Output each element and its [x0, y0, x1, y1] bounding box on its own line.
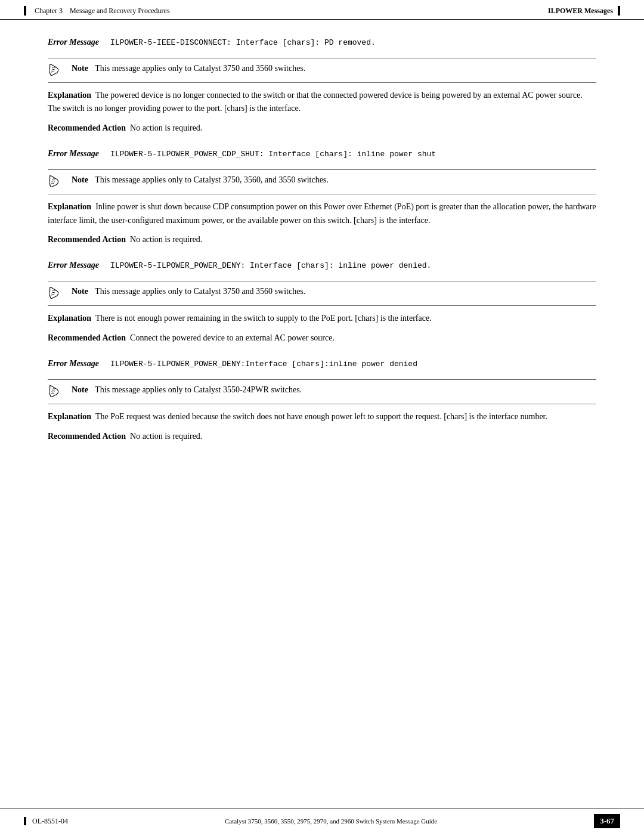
explanation-block-4: Explanation The PoE request was denied b…: [48, 410, 596, 443]
recommended-action-3: Recommended Action Connect the powered d…: [48, 332, 596, 345]
recommended-action-4: Recommended Action No action is required…: [48, 430, 596, 443]
recommended-action-label-4: Recommended Action: [48, 432, 126, 441]
note-text-3: This message applies only to Catalyst 37…: [95, 287, 305, 296]
recommended-action-label-3: Recommended Action: [48, 333, 126, 342]
error-message-code-1: ILPOWER-5-IEEE-DISCONNECT: Interface [ch…: [101, 38, 375, 47]
explanation-para-4: Explanation The PoE request was denied b…: [48, 410, 596, 423]
error-message-block-1: Error Message ILPOWER-5-IEEE-DISCONNECT:…: [48, 38, 596, 47]
error-message-label-2: Error Message: [48, 149, 99, 158]
note-block-2: Note This message applies only to Cataly…: [48, 169, 596, 194]
note-text-4: This message applies only to Catalyst 35…: [95, 385, 302, 394]
note-content-4: Note This message applies only to Cataly…: [72, 383, 302, 396]
error-message-label-3: Error Message: [48, 261, 99, 270]
explanation-block-2: Explanation Inline power is shut down be…: [48, 200, 596, 246]
note-label-text-1: Note: [72, 64, 88, 73]
recommended-action-label-2: Recommended Action: [48, 235, 126, 244]
recommended-action-text-4: No action is required.: [130, 432, 202, 441]
header-left: Chapter 3 Message and Recovery Procedure…: [24, 6, 170, 16]
explanation-para-1: Explanation The powered device is no lon…: [48, 89, 596, 116]
error-message-label-1: Error Message: [48, 38, 99, 47]
footer-center: Catalyst 3750, 3560, 3550, 2975, 2970, a…: [225, 817, 437, 825]
footer-left: OL-8551-04: [24, 817, 68, 826]
note-content-3: Note This message applies only to Cataly…: [72, 285, 305, 298]
note-block-3: Note This message applies only to Cataly…: [48, 281, 596, 306]
note-label-text-2: Note: [72, 175, 88, 184]
note-label-text-3: Note: [72, 287, 88, 296]
note-text-2: This message applies only to Catalyst 37…: [95, 175, 329, 184]
header-section-title: ILPOWER Messages: [548, 7, 613, 16]
message-section-3: Error Message ILPOWER-5-ILPOWER_POWER_DE…: [48, 261, 596, 345]
recommended-action-2: Recommended Action No action is required…: [48, 233, 596, 246]
footer-center-text: Catalyst 3750, 3560, 3550, 2975, 2970, a…: [225, 817, 437, 825]
explanation-text-3: There is not enough power remaining in t…: [95, 314, 432, 323]
explanation-label-3: Explanation: [48, 314, 91, 323]
note-content-1: Note This message applies only to Cataly…: [72, 62, 305, 75]
main-content: Error Message ILPOWER-5-IEEE-DISCONNECT:…: [0, 20, 644, 809]
explanation-text-4: The PoE request was denied because the s…: [95, 412, 547, 421]
explanation-text-2: Inline power is shut down because CDP co…: [48, 202, 596, 224]
error-message-label-4: Error Message: [48, 359, 99, 368]
note-icon-1: [48, 63, 66, 79]
error-message-code-4: ILPOWER-5-ILPOWER_POWER_DENY:Interface […: [101, 360, 417, 368]
note-content-2: Note This message applies only to Cataly…: [72, 174, 329, 186]
error-message-code-3: ILPOWER-5-ILPOWER_POWER_DENY: Interface …: [101, 261, 431, 270]
error-message-code-2: ILPOWER-5-ILPOWER_POWER_CDP_SHUT: Interf…: [101, 150, 436, 159]
message-section-2: Error Message ILPOWER-5-ILPOWER_POWER_CD…: [48, 149, 596, 246]
header-chapter-label: Chapter 3 Message and Recovery Procedure…: [35, 7, 170, 16]
page-number: 3-67: [594, 814, 620, 828]
explanation-text-1: The powered device is no longer connecte…: [48, 91, 583, 113]
note-block-4: Note This message applies only to Cataly…: [48, 379, 596, 404]
header-right: ILPOWER Messages: [548, 6, 620, 16]
recommended-action-text-2: No action is required.: [130, 235, 202, 244]
explanation-label-2: Explanation: [48, 202, 91, 211]
explanation-para-2: Explanation Inline power is shut down be…: [48, 200, 596, 227]
recommended-action-text-1: No action is required.: [130, 123, 202, 132]
error-message-block-2: Error Message ILPOWER-5-ILPOWER_POWER_CD…: [48, 149, 596, 159]
note-icon-4: [48, 385, 66, 400]
message-section-1: Error Message ILPOWER-5-IEEE-DISCONNECT:…: [48, 38, 596, 135]
note-text-1: This message applies only to Catalyst 37…: [95, 64, 305, 73]
error-message-block-3: Error Message ILPOWER-5-ILPOWER_POWER_DE…: [48, 261, 596, 270]
recommended-action-text-3: Connect the powered device to an externa…: [130, 333, 335, 342]
explanation-label-4: Explanation: [48, 412, 91, 421]
page: Chapter 3 Message and Recovery Procedure…: [0, 0, 644, 833]
header-bar-right: [618, 6, 620, 16]
footer-ol-number: OL-8551-04: [32, 817, 68, 826]
explanation-label-1: Explanation: [48, 91, 91, 100]
note-icon-2: [48, 175, 66, 190]
page-footer: OL-8551-04 Catalyst 3750, 3560, 3550, 29…: [0, 809, 644, 833]
recommended-action-label-1: Recommended Action: [48, 123, 126, 132]
page-header: Chapter 3 Message and Recovery Procedure…: [0, 0, 644, 20]
explanation-para-3: Explanation There is not enough power re…: [48, 312, 596, 325]
message-section-4: Error Message ILPOWER-5-ILPOWER_POWER_DE…: [48, 359, 596, 443]
error-message-block-4: Error Message ILPOWER-5-ILPOWER_POWER_DE…: [48, 359, 596, 368]
note-label-text-4: Note: [72, 385, 88, 394]
footer-right: 3-67: [594, 814, 620, 828]
explanation-block-3: Explanation There is not enough power re…: [48, 312, 596, 345]
footer-bar: [24, 817, 26, 825]
note-icon-3: [48, 286, 66, 302]
note-block-1: Note This message applies only to Cataly…: [48, 58, 596, 83]
explanation-block-1: Explanation The powered device is no lon…: [48, 89, 596, 135]
header-bar-left: [24, 6, 26, 16]
recommended-action-1: Recommended Action No action is required…: [48, 122, 596, 135]
